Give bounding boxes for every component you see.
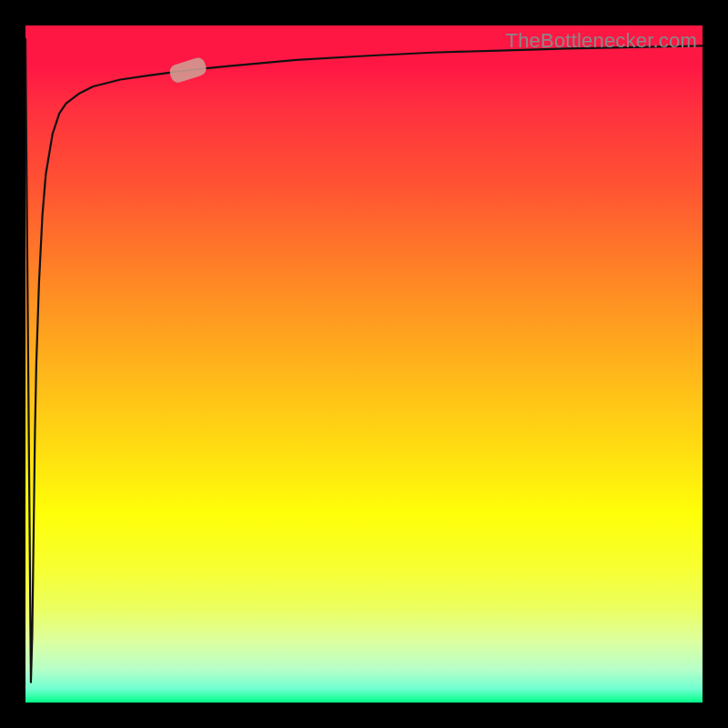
chart-plot-area: TheBottlenecker.com <box>25 25 703 703</box>
chart-svg <box>25 25 703 703</box>
svg-rect-0 <box>167 56 207 84</box>
chart-frame: TheBottlenecker.com <box>0 0 728 728</box>
watermark-label: TheBottlenecker.com <box>506 29 697 53</box>
bottleneck-curve <box>25 39 703 682</box>
curve-marker <box>167 56 207 84</box>
